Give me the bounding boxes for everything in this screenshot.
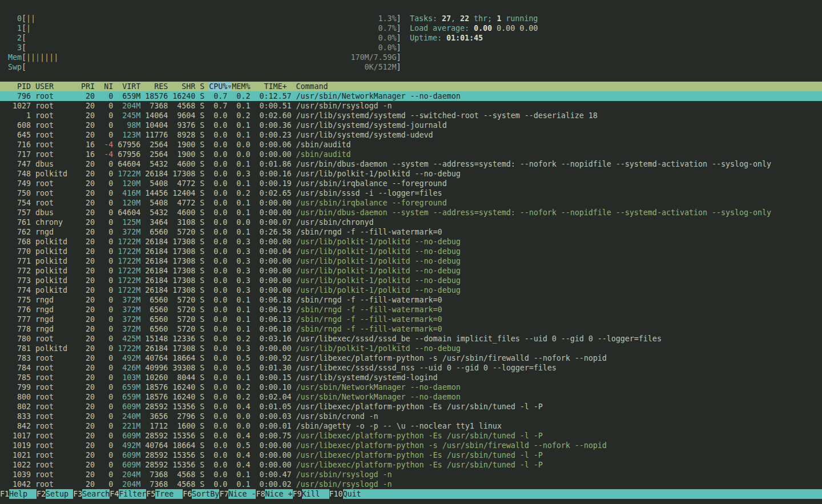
column-header-ni[interactable]: NI xyxy=(99,82,118,91)
process-row[interactable]: 748 polkitd 20 0 1722M 26184 17308 S 0.0… xyxy=(0,169,822,179)
process-row[interactable]: 762 rngd 20 0 372M 6560 5720 S 0.0 0.1 0… xyxy=(0,227,822,237)
meter-value: 1.3% xyxy=(35,14,396,23)
process-row[interactable]: 1039 root 20 0 204M 7368 4568 S 0.0 0.1 … xyxy=(0,470,822,479)
process-row[interactable]: 781 polkitd 20 0 1722M 26184 17308 S 0.0… xyxy=(0,344,822,353)
cell-shr: 1900 xyxy=(172,150,200,159)
column-header-shr[interactable]: SHR xyxy=(172,82,200,91)
cell-ni: 0 xyxy=(99,170,118,178)
fkey-f4-filter[interactable]: F4Filter xyxy=(110,489,146,499)
process-row[interactable]: 802 root 20 0 609M 28592 15356 S 0.0 0.4… xyxy=(0,402,822,412)
cell-shr: 17308 xyxy=(172,257,200,265)
cell-command: /usr/sbin/rsyslogd -n xyxy=(296,480,392,489)
column-header-pri[interactable]: PRI xyxy=(81,82,99,91)
column-header-virt[interactable]: VIRT xyxy=(118,82,145,91)
process-row[interactable]: 1042 root 20 0 204M 7368 4568 S 0.0 0.1 … xyxy=(0,479,822,489)
fkey-key-label: F8 xyxy=(256,489,265,499)
cell-mem: 0.2 xyxy=(232,383,255,392)
fkey-f7-nice-[interactable]: F7Nice - xyxy=(219,489,256,499)
cell-command: /usr/sbin/chronyd xyxy=(296,218,373,227)
fkey-action-label: Kill xyxy=(302,489,329,499)
cell-virt: 103M xyxy=(118,373,145,382)
process-row[interactable]: 800 root 20 0 659M 18576 16240 S 0.0 0.2… xyxy=(0,392,822,402)
process-row[interactable]: 761 chrony 20 0 125M 3464 3108 S 0.0 0.0… xyxy=(0,217,822,227)
process-row[interactable]: 771 polkitd 20 0 1722M 26184 17308 S 0.0… xyxy=(0,256,822,266)
column-header-time[interactable]: TIME+ xyxy=(255,82,296,91)
cell-time: 0:00.92 xyxy=(255,354,296,362)
process-row[interactable]: 777 rngd 20 0 372M 6560 5720 S 0.0 0.1 0… xyxy=(0,315,822,324)
process-row[interactable]: 1027 root 20 0 204M 7368 4568 S 0.7 0.1 … xyxy=(0,101,822,111)
process-row[interactable]: 717 root 16 -4 67956 2564 1900 S 0.0 0.0… xyxy=(0,150,822,159)
process-row[interactable]: 757 dbus 20 0 64604 5432 4600 S 0.0 0.1 … xyxy=(0,208,822,217)
process-row[interactable]: 1021 root 20 0 609M 28592 15356 S 0.0 0.… xyxy=(0,450,822,460)
cell-pri: 20 xyxy=(81,199,99,207)
process-row[interactable]: 1 root 20 0 245M 14064 9604 S 0.0 0.2 0:… xyxy=(0,111,822,120)
cell-ni: 0 xyxy=(99,92,118,100)
fkey-f9-kill[interactable]: F9Kill xyxy=(293,489,329,499)
column-header-command[interactable]: Command xyxy=(296,82,328,91)
process-row[interactable]: 785 root 20 0 103M 10260 8044 S 0.0 0.1 … xyxy=(0,373,822,382)
cell-cpu: 0.0 xyxy=(209,121,232,130)
cell-time: 0:00.36 xyxy=(255,121,296,130)
process-table-header[interactable]: PID USER PRI NI VIRT RES SHR S CPU%▿MEM%… xyxy=(0,82,822,91)
process-row[interactable]: 770 polkitd 20 0 1722M 26184 17308 S 0.0… xyxy=(0,247,822,256)
process-row[interactable]: 1019 root 20 0 492M 40764 18664 S 0.0 0.… xyxy=(0,441,822,450)
process-row[interactable]: 776 rngd 20 0 372M 6560 5720 S 0.0 0.1 0… xyxy=(0,305,822,315)
process-row[interactable]: 716 root 16 -4 67956 2564 1900 S 0.0 0.0… xyxy=(0,140,822,150)
cell-ni: 0 xyxy=(99,383,118,392)
fkey-f8-nice-[interactable]: F8Nice + xyxy=(256,489,292,499)
cell-res: 2564 xyxy=(145,150,172,159)
column-header-user[interactable]: USER xyxy=(35,82,81,91)
process-row[interactable]: 1017 root 20 0 609M 28592 15356 S 0.0 0.… xyxy=(0,431,822,441)
process-row[interactable]: 754 root 20 0 120M 5408 4772 S 0.0 0.1 0… xyxy=(0,198,822,208)
process-row[interactable]: 799 root 20 0 659M 18576 16240 S 0.0 0.2… xyxy=(0,382,822,392)
process-row[interactable]: 768 polkitd 20 0 1722M 26184 17308 S 0.0… xyxy=(0,237,822,247)
cell-res: 10260 xyxy=(145,373,172,382)
column-header-cpu-sorted[interactable]: CPU%▿ xyxy=(209,82,232,91)
meter-bar: | xyxy=(45,53,49,62)
process-row[interactable]: 747 dbus 20 0 64604 5432 4600 S 0.0 0.1 … xyxy=(0,159,822,169)
process-row[interactable]: 780 root 20 0 425M 15148 12336 S 0.0 0.2… xyxy=(0,334,822,344)
cell-user: rngd xyxy=(35,315,81,324)
process-row[interactable]: 772 polkitd 20 0 1722M 26184 17308 S 0.0… xyxy=(0,266,822,276)
cell-command: /usr/lib/polkit-1/polkitd --no-debug xyxy=(296,257,460,265)
fkey-f3-search[interactable]: F3Search xyxy=(73,489,110,499)
cell-cpu: 0.0 xyxy=(209,470,232,479)
cell-time: 0:26.58 xyxy=(255,228,296,236)
column-header-pid[interactable]: PID xyxy=(8,82,35,91)
cell-state: S xyxy=(200,111,209,120)
cell-virt: 372M xyxy=(118,325,145,333)
cell-mem: 0.1 xyxy=(232,121,255,130)
process-row-selected[interactable]: 796 root 20 0 659M 18576 16240 S 0.7 0.2… xyxy=(0,91,822,101)
process-row[interactable]: 775 rngd 20 0 372M 6560 5720 S 0.0 0.1 0… xyxy=(0,295,822,305)
cell-state: S xyxy=(200,102,209,110)
process-row[interactable]: 778 rngd 20 0 372M 6560 5720 S 0.0 0.1 0… xyxy=(0,324,822,334)
fkey-f5-tree[interactable]: F5Tree xyxy=(146,489,183,499)
cell-pri: 20 xyxy=(81,170,99,178)
process-row[interactable]: 608 root 20 0 98M 10404 9376 S 0.0 0.1 0… xyxy=(0,120,822,130)
cell-user: root xyxy=(35,364,81,372)
fkey-f6-sortby[interactable]: F6SortBy xyxy=(183,489,219,499)
column-header-mem[interactable]: MEM% xyxy=(232,82,255,91)
cell-shr: 3108 xyxy=(172,218,200,227)
fkey-f2-setup[interactable]: F2Setup xyxy=(37,489,73,499)
cell-state: S xyxy=(200,422,209,430)
process-row[interactable]: 833 root 20 0 240M 3656 2796 S 0.0 0.0 0… xyxy=(0,412,822,421)
process-row[interactable]: 1022 root 20 0 609M 28592 15356 S 0.0 0.… xyxy=(0,460,822,470)
process-row[interactable]: 749 root 20 0 120M 5408 4772 S 0.0 0.1 0… xyxy=(0,179,822,188)
column-header-state[interactable]: S xyxy=(200,82,209,91)
process-row[interactable]: 645 root 20 0 123M 11776 8928 S 0.0 0.1 … xyxy=(0,130,822,140)
process-row[interactable]: 784 root 20 0 426M 40996 39308 S 0.0 0.5… xyxy=(0,363,822,373)
process-row[interactable]: 750 root 20 0 416M 14456 12404 S 0.0 0.2… xyxy=(0,188,822,198)
process-row[interactable]: 842 root 20 0 221M 1712 1600 S 0.0 0.0 0… xyxy=(0,421,822,431)
cell-ni: 0 xyxy=(99,228,118,236)
process-row[interactable]: 774 polkitd 20 0 1722M 26184 17308 S 0.0… xyxy=(0,285,822,295)
fkey-f10-quit[interactable]: F10Quit xyxy=(329,489,822,499)
process-row[interactable]: 773 polkitd 20 0 1722M 26184 17308 S 0.0… xyxy=(0,276,822,285)
column-header-res[interactable]: RES xyxy=(145,82,172,91)
cpu-0-meter: 0[|| 1.3%] xyxy=(8,14,401,23)
cell-pid: 785 xyxy=(8,373,35,382)
load-average: Load average: 0.00 0.00 0.00 xyxy=(410,23,538,33)
process-row[interactable]: 783 root 20 0 492M 40764 18664 S 0.0 0.5… xyxy=(0,353,822,363)
fkey-f1-help[interactable]: F1Help xyxy=(0,489,37,499)
cell-ni: 0 xyxy=(99,470,118,479)
